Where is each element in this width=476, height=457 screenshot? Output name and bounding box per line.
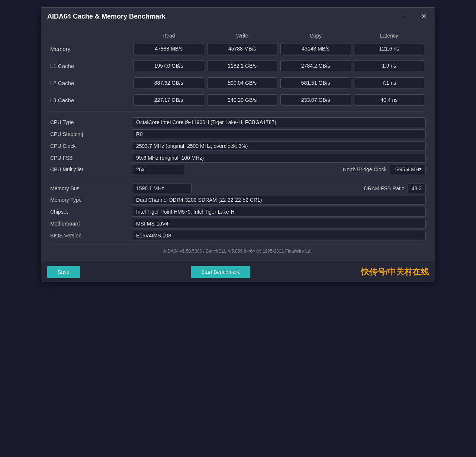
bios-row: BIOS Version E16V4IMS.108 — [50, 230, 426, 241]
window-controls: — ✕ — [402, 12, 429, 20]
cpu-stepping-row: CPU Stepping R0 — [50, 129, 426, 139]
cpu-type-value: OctalCore Intel Core i9-11900H (Tiger La… — [132, 117, 426, 127]
l2-copy: 581.51 GB/s — [280, 77, 351, 88]
l2-label: L2 Cache — [50, 80, 132, 86]
l2-write: 500.04 GB/s — [207, 77, 278, 88]
bios-value: E16V4IMS.108 — [132, 231, 426, 240]
cpu-stepping-label: CPU Stepping — [50, 131, 132, 137]
memory-bus-row: Memory Bus 1596.1 MHz DRAM:FSB Ratio 48:… — [50, 184, 426, 193]
memory-type-label: Memory Type — [50, 197, 132, 203]
watermark: 快传号/中关村在线 — [361, 266, 429, 278]
dram-fsb-label: DRAM:FSB Ratio — [364, 185, 405, 191]
window-title: AIDA64 Cache & Memory Benchmark — [47, 13, 165, 20]
l1-read: 1957.0 GB/s — [134, 60, 204, 71]
chipset-label: Chipset — [50, 209, 132, 215]
cpu-fsb-value: 99.8 MHz (original: 100 MHz) — [132, 153, 426, 163]
l3-copy: 233.07 GB/s — [280, 94, 351, 106]
motherboard-row: Motherboard MSI MS-16V4 — [50, 218, 426, 229]
north-bridge-label: North Bridge Clock — [343, 166, 387, 172]
l2-row: L2 Cache 887.62 GB/s 500.04 GB/s 581.51 … — [50, 77, 426, 88]
memory-latency: 121.6 ns — [354, 43, 425, 54]
column-headers: Read Write Copy Latency — [50, 31, 426, 40]
save-button[interactable]: Save — [47, 266, 80, 278]
memory-copy: 43143 MB/s — [280, 43, 351, 54]
l3-label: L3 Cache — [50, 97, 132, 103]
l3-read: 227.17 GB/s — [134, 94, 204, 106]
cpu-fsb-row: CPU FSB 99.8 MHz (original: 100 MHz) — [50, 153, 426, 163]
main-window: AIDA64 Cache & Memory Benchmark — ✕ Read… — [41, 7, 435, 282]
main-content: Read Write Copy Latency Memory 47888 MB/… — [41, 25, 435, 262]
motherboard-label: Motherboard — [50, 221, 132, 227]
start-benchmark-button[interactable]: Start Benchmark — [191, 266, 250, 278]
header-copy: Copy — [279, 33, 353, 39]
cpu-stepping-value: R0 — [132, 129, 426, 139]
l3-row: L3 Cache 227.17 GB/s 240.20 GB/s 233.07 … — [50, 94, 426, 106]
close-button[interactable]: ✕ — [419, 12, 429, 20]
memory-bus-value: 1596.1 MHz — [132, 184, 192, 193]
l2-read: 887.62 GB/s — [134, 77, 204, 88]
memory-read: 47888 MB/s — [134, 43, 204, 54]
cpu-info-section: CPU Type OctalCore Intel Core i9-11900H … — [50, 117, 426, 174]
l1-label: L1 Cache — [50, 63, 132, 69]
cpu-type-row: CPU Type OctalCore Intel Core i9-11900H … — [50, 117, 426, 127]
motherboard-value: MSI MS-16V4 — [132, 219, 426, 228]
memory-type-row: Memory Type Dual Channel DDR4-3200 SDRAM… — [50, 195, 426, 205]
title-bar: AIDA64 Cache & Memory Benchmark — ✕ — [41, 8, 435, 25]
memory-row: Memory 47888 MB/s 45788 MB/s 43143 MB/s … — [50, 43, 426, 54]
chipset-value: Intel Tiger Point HM570, Intel Tiger Lak… — [132, 207, 426, 217]
cpu-multiplier-row: CPU Multiplier 26x North Bridge Clock 18… — [50, 165, 426, 174]
header-write: Write — [206, 33, 279, 39]
footer-text: AIDA64 v6.50.5800 / BenchDLL 4.5.859.8-x… — [50, 244, 426, 256]
memory-info-section: Memory Bus 1596.1 MHz DRAM:FSB Ratio 48:… — [50, 184, 426, 241]
dram-fsb-value: 48:3 — [408, 184, 426, 193]
l1-latency: 1.9 ns — [354, 60, 425, 71]
l3-write: 240.20 GB/s — [207, 94, 278, 106]
memory-write: 45788 MB/s — [207, 43, 278, 54]
l1-row: L1 Cache 1957.0 GB/s 1182.1 GB/s 2784.2 … — [50, 60, 426, 71]
memory-type-value: Dual Channel DDR4-3200 SDRAM (22-22-22-5… — [132, 195, 426, 205]
cpu-fsb-label: CPU FSB — [50, 155, 132, 161]
header-read: Read — [132, 33, 206, 39]
cpu-type-label: CPU Type — [50, 119, 132, 125]
section-divider-2 — [50, 178, 426, 178]
minimize-button[interactable]: — — [402, 12, 413, 20]
memory-label: Memory — [50, 46, 132, 52]
north-bridge-value: 1895.4 MHz — [390, 165, 426, 174]
cpu-clock-label: CPU Clock — [50, 143, 132, 149]
l2-latency: 7.1 ns — [354, 77, 425, 88]
cpu-clock-value: 2593.7 MHz (original: 2500 MHz, overcloc… — [132, 141, 426, 151]
chipset-row: Chipset Intel Tiger Point HM570, Intel T… — [50, 207, 426, 217]
header-empty — [50, 33, 132, 39]
cpu-multiplier-label: CPU Multiplier — [50, 166, 132, 172]
l1-copy: 2784.2 GB/s — [280, 60, 351, 71]
button-bar: Save Start Benchmark 快传号/中关村在线 — [41, 262, 435, 282]
section-divider-1 — [50, 111, 426, 112]
cpu-clock-row: CPU Clock 2593.7 MHz (original: 2500 MHz… — [50, 141, 426, 151]
cpu-multiplier-value: 26x — [132, 165, 184, 174]
header-latency: Latency — [353, 33, 426, 39]
memory-bus-label: Memory Bus — [50, 185, 132, 191]
l3-latency: 40.4 ns — [354, 94, 425, 106]
l1-write: 1182.1 GB/s — [207, 60, 278, 71]
bios-label: BIOS Version — [50, 233, 132, 239]
